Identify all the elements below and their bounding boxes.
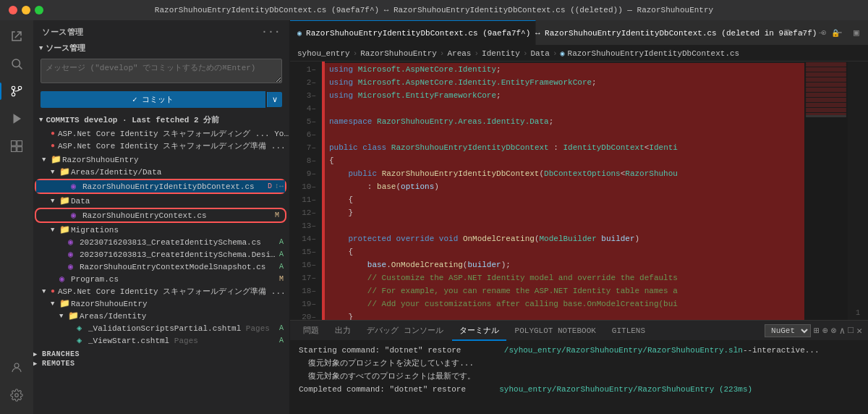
tree-item-data[interactable]: ▼ 📁 Data [33,195,289,207]
panel-close-icon[interactable]: ✕ [856,325,862,337]
panel-tab-problems[interactable]: 問題 [296,321,326,341]
tree-label: _ViewStart.cshtml Pages [88,337,279,345]
nav-forward-icon[interactable]: → [814,25,829,40]
commit-input-area [33,56,289,88]
split-editor-icon[interactable]: ⧉ [780,25,794,40]
code-line-18: // For example, you can rename the ASP.N… [325,284,804,297]
commit-item-1[interactable]: ● ASP.Net Core Identity スキャフォールディング ... … [33,127,289,140]
tree-item-razorshuhouentry[interactable]: ▼ 📁 RazorShuhouEntry [33,153,289,166]
code-line-9: public RazorShuhouEntryIdentityDbContext… [325,167,804,180]
activity-search[interactable] [4,51,30,77]
close-button[interactable] [9,6,17,14]
panel-split-icon[interactable]: ⊞ [814,325,820,337]
panel-tab-gitlens[interactable]: GITLENS [605,321,652,341]
source-control-section: ▼ ソース管理 ✓ コミット ∨ [33,41,289,112]
chevron-icon: ▼ [51,300,59,308]
tree-item-scaffolding2[interactable]: ▼ ● ASP.Net Core Identity スキャフォールディング準備 … [33,285,289,297]
commit-button[interactable]: ✓ コミット [41,91,265,108]
panel-tab-debug[interactable]: デバッグ コンソール [359,321,451,341]
tree-item-branches[interactable]: ▶ BRANCHES [33,350,289,359]
commits-label: COMMITS develop · Last fetched 2 分前 [46,114,219,125]
tree-item-migration2[interactable]: ◉ 20230716203813_CreateIdentitySchema.De… [33,248,289,261]
code-line-10: : base(options) [325,180,804,193]
breadcrumb-part-1[interactable]: syhou_entry [297,49,350,58]
code-line-13 [325,219,804,232]
tree-item-migrations[interactable]: ▼ 📁 Migrations [33,224,289,236]
tree-label: RazorShuhouEntry [71,300,289,308]
tree-item-remotes[interactable]: ▶ REMOTES [33,359,289,368]
editor-area: ◉ RazorShuhouEntryIdentityDbContext.cs (… [290,20,868,414]
source-control-toggle[interactable]: ▼ ソース管理 [33,41,289,56]
nuget-dropdown[interactable]: NuGet [765,324,811,337]
breadcrumb-part-5[interactable]: Data [531,49,550,58]
commit-message-input[interactable] [41,59,282,83]
chevron-icon: ▼ [42,156,51,164]
code-line-2: using Microsoft.AspNetCore.Identity.Enti… [325,76,804,89]
svg-point-10 [14,363,19,368]
tree-item-context[interactable]: ◉ RazorShuhouEntryContext.cs M [36,209,285,221]
tree-item-areas-identity2[interactable]: ▼ 📁 Areas/Identity [33,310,289,322]
code-line-4 [325,102,804,115]
tree-label: RazorShuhouEntryContextModelSnapshot.cs [80,263,279,271]
breadcrumb-part-6[interactable]: RazorShuhouEntryIdentityDbContext.cs [568,49,740,58]
activity-run[interactable] [4,106,30,132]
source-control-label: ソース管理 [46,43,85,54]
panel-maximize-icon[interactable]: □ [848,325,854,336]
tree-item-viewstart[interactable]: ◈ _ViewStart.cshtml Pages A [33,334,289,347]
activity-bottom [4,355,30,414]
nav-back-icon[interactable]: ← [797,25,812,40]
remotes-label: REMOTES [42,360,289,368]
more-actions-icon[interactable]: ⋯ [832,25,846,40]
commit-item-2[interactable]: ● ASP.Net Core Identity スキャフォールディング準備 ..… [33,140,289,152]
svg-rect-7 [17,141,22,146]
activity-extensions[interactable] [4,133,30,159]
tree-item-migration1[interactable]: ◉ 20230716203813_CreateIdentitySchema.cs… [33,236,289,248]
tab-label: RazorShuhouEntryIdentityDbContext.cs (9a… [306,29,817,38]
panel-icon-3[interactable]: ⊗ [831,325,837,337]
modified-badge: M [279,275,289,283]
breadcrumb-part-3[interactable]: Areas [447,49,471,58]
panel-right-controls: NuGet ⊞ ⊕ ⊗ ∧ □ ✕ [765,324,862,337]
chevron-icon: ▼ [59,313,68,320]
tree-item-identity-dbcontext[interactable]: ◉ RazorShuhouEntryIdentityDbContext.cs D… [36,180,285,193]
activity-source-control[interactable] [4,78,30,104]
minimize-button[interactable] [22,6,30,14]
panel-line-1: Starting command: "dotnet" restore /syho… [299,344,859,357]
panel-minimize-icon[interactable]: ∧ [840,325,846,337]
commit-chevron-button[interactable]: ∨ [267,92,282,107]
split-right-icon[interactable]: ▣ [849,25,864,40]
svg-point-4 [12,93,15,96]
panel-icon-2[interactable]: ⊕ [822,325,828,337]
activity-explorer[interactable] [4,23,30,49]
active-tab[interactable]: ◉ RazorShuhouEntryIdentityDbContext.cs (… [290,20,536,45]
breadcrumb-part-2[interactable]: RazorShuhouEntry [360,49,437,58]
panel-tab-polyglot[interactable]: POLYGLOT NOTEBOOK [508,321,603,341]
activity-settings[interactable] [4,382,30,408]
breadcrumb-part-4[interactable]: Identity [482,49,520,58]
code-line-14: protected override void OnModelCreating(… [325,232,804,245]
sidebar-menu[interactable]: ··· [261,26,281,38]
commits-toggle[interactable]: ▼ COMMITS develop · Last fetched 2 分前 [33,112,289,127]
maximize-button[interactable] [35,6,43,14]
panel-tab-output[interactable]: 出力 [328,321,358,341]
tree-item-areas-identity-data[interactable]: ▼ 📁 Areas/Identity/Data [33,166,289,178]
panel-tab-terminal[interactable]: ターミナル [452,321,506,341]
file-arrows: ↕↔ [275,182,285,190]
tree-item-snapshot[interactable]: ◉ RazorShuhouEntryContextModelSnapshot.c… [33,261,289,273]
folder-icon: 📁 [51,154,62,165]
svg-rect-6 [12,141,17,146]
tree-item-program[interactable]: ◉ Program.cs M [33,273,289,285]
line-count: 1 [856,309,860,317]
svg-marker-5 [14,114,22,124]
code-line-3: using Microsoft.EntityFrameworkCore; [325,89,804,102]
activity-accounts[interactable] [4,355,30,381]
file-tree: ▼ 📁 RazorShuhouEntry ▼ 📁 Areas/Identity/… [33,153,289,414]
cs-file-icon: ◉ [68,261,80,272]
code-content[interactable]: using Microsoft.AspNetCore.Identity; usi… [325,62,804,320]
cshtml-icon: ◈ [77,335,88,346]
panel-text: Starting command: "dotnet" restore [299,344,504,357]
tree-label: ASP.Net Core Identity スキャフォールディング準備 ... [55,286,289,297]
minimap [804,62,848,320]
tree-item-validation[interactable]: ◈ _ValidationScriptsPartial.cshtml Pages… [33,322,289,334]
tree-item-razorshuhouentry2[interactable]: ▼ 📁 RazorShuhouEntry [33,297,289,310]
